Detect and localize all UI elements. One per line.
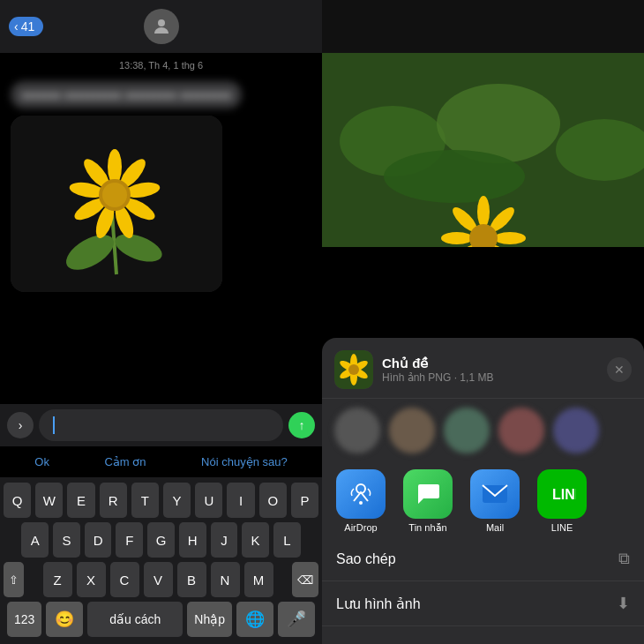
app-mail[interactable]: Mail [468,469,521,534]
key-enter[interactable]: Nhập [187,602,232,637]
key-o[interactable]: O [259,483,287,518]
app-airdrop[interactable]: AirDrop [334,469,387,534]
contact-avatar-header [144,9,179,44]
keyboard-row-3: ⇧ Z X C V B N M ⌫ [4,562,318,597]
contact-4[interactable] [498,408,544,453]
airdrop-icon [336,469,386,519]
messages-icon [403,469,453,519]
send-button[interactable]: ↑ [288,412,315,438]
svg-point-0 [158,19,165,26]
contact-3[interactable] [444,408,490,453]
key-l[interactable]: L [273,522,301,558]
message-input-row: › ↑ [0,404,322,446]
quick-reply-later[interactable]: Nói chuyện sau? [194,452,295,472]
key-numbers[interactable]: 123 [7,602,41,637]
key-w[interactable]: W [35,483,63,518]
photo-preview [322,0,644,247]
received-message: xxxxxxx xxxxxxxxxx xxxxxxxxx xxxxxxxxx [11,81,242,109]
photo-background [322,0,644,247]
svg-text:LINE: LINE [552,487,576,502]
quick-reply-thanks[interactable]: Cảm ơn [97,452,153,472]
line-label: LINE [551,522,573,533]
key-k[interactable]: K [242,522,269,558]
keyboard-row-2: A S D F G H J K L [4,522,318,558]
key-e[interactable]: E [67,483,94,518]
back-button[interactable]: ‹ 41 [9,17,43,36]
chat-header: ‹ 41 [0,0,322,53]
left-panel: ‹ 41 13:38, Th 4, 1 thg 6 xxxxxxx xxxxxx… [0,0,322,644]
key-microphone[interactable]: 🎤 [278,602,315,637]
key-emoji[interactable]: 😊 [46,602,83,637]
key-u[interactable]: U [195,483,222,518]
key-r[interactable]: R [100,483,127,518]
app-messages[interactable]: Tin nhắn [401,469,454,534]
key-shift[interactable]: ⇧ [4,562,24,597]
key-m[interactable]: M [244,562,273,597]
save-action[interactable]: Lưu hình ảnh ⬇ [322,581,644,626]
contact-2[interactable] [389,408,435,453]
key-globe[interactable]: 🌐 [236,602,273,637]
airdrop-label: AirDrop [344,522,377,533]
copy-icon: ⧉ [618,550,630,568]
expand-button[interactable]: › [7,412,34,438]
share-title-group: Chủ đề Hình ảnh PNG · 1,1 MB [382,356,598,384]
svg-point-15 [102,183,127,207]
key-c[interactable]: C [110,562,139,597]
flower-image-message[interactable] [11,116,222,292]
contact-5[interactable] [553,408,599,453]
key-n[interactable]: N [211,562,240,597]
key-space[interactable]: dấu cách [87,602,183,637]
app-icons-row: AirDrop Tin nhắn Mail [322,462,644,537]
keyboard: Q W E R T Y U I O P A S D F G H J K L ⇧ [0,477,322,644]
key-f[interactable]: F [116,522,143,558]
avatar [144,9,179,44]
key-v[interactable]: V [144,562,173,597]
app-line[interactable]: LINE LINE [535,469,588,534]
key-t[interactable]: T [131,483,159,518]
keyboard-row-1: Q W E R T Y U I O P [4,483,318,518]
key-z[interactable]: Z [43,562,72,597]
key-p[interactable]: P [291,483,318,518]
copy-label: Sao chép [336,551,396,567]
quick-replies-bar: Ok Cảm ơn Nói chuyện sau? [0,446,322,477]
quick-reply-ok[interactable]: Ok [27,452,56,472]
key-q[interactable]: Q [4,483,31,518]
save-label: Lưu hình ảnh [336,595,421,612]
svg-point-28 [441,232,473,244]
key-d[interactable]: D [85,522,112,558]
share-header: Chủ đề Hình ảnh PNG · 1,1 MB ✕ [322,338,644,399]
svg-point-38 [348,364,359,375]
text-cursor [53,416,55,434]
key-s[interactable]: S [53,522,80,558]
key-delete[interactable]: ⌫ [292,562,318,597]
key-b[interactable]: B [177,562,206,597]
contact-1[interactable] [334,408,380,453]
share-close-button[interactable]: ✕ [607,357,632,382]
share-file-icon [334,350,373,389]
right-panel: Chủ đề Hình ảnh PNG · 1,1 MB ✕ [322,0,644,644]
message-timestamp: 13:38, Th 4, 1 thg 6 [0,53,322,74]
svg-point-24 [494,232,526,244]
messages-label: Tin nhắn [408,522,446,534]
back-count: 41 [21,19,35,34]
keyboard-bottom-row: 123 😊 dấu cách Nhập 🌐 🎤 [4,602,318,640]
copy-action[interactable]: Sao chép ⧉ [322,537,644,581]
share-sheet: Chủ đề Hình ảnh PNG · 1,1 MB ✕ [322,338,644,644]
mail-label: Mail [486,522,504,533]
back-chevron-icon: ‹ [14,19,19,34]
share-subtitle: Hình ảnh PNG · 1,1 MB [382,371,598,384]
key-g[interactable]: G [147,522,175,558]
key-h[interactable]: H [179,522,206,558]
key-x[interactable]: X [77,562,106,597]
svg-rect-16 [322,0,644,53]
svg-point-22 [477,196,490,228]
svg-point-40 [359,501,363,505]
key-j[interactable]: J [211,522,238,558]
save-icon: ⬇ [617,594,630,613]
mail-icon [470,469,520,519]
key-i[interactable]: I [227,483,254,518]
share-title: Chủ đề [382,356,598,371]
contacts-row [322,399,644,462]
key-y[interactable]: Y [163,483,191,518]
key-a[interactable]: A [21,522,49,558]
